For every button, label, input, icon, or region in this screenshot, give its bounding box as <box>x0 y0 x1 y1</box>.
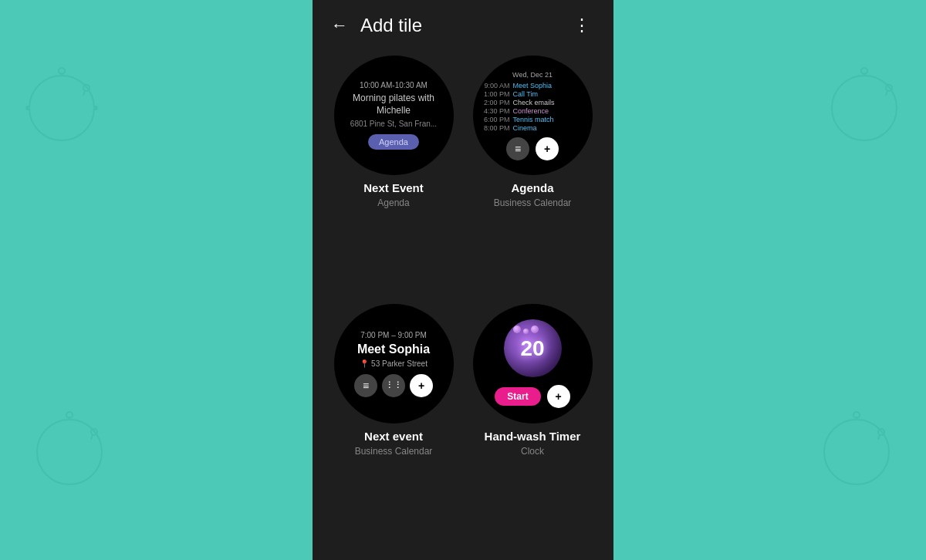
tile3-grid-button[interactable]: ⋮⋮ <box>382 374 405 397</box>
svg-line-16 <box>91 434 93 440</box>
event-name-5: Cinema <box>513 124 537 132</box>
agenda-badge[interactable]: Agenda <box>368 134 419 150</box>
svg-point-15 <box>91 429 97 435</box>
bubble-1 <box>513 326 521 333</box>
header: ← Add tile ⋮ <box>313 0 613 48</box>
start-button[interactable]: Start <box>495 387 540 406</box>
more-button[interactable]: ⋮ <box>567 12 598 39</box>
event-name-0: Meet Sophia <box>513 82 553 89</box>
tile4-name: Hand-wash Timer <box>485 430 581 443</box>
event-name-3: Conference <box>513 107 549 115</box>
svg-point-7 <box>832 76 897 140</box>
tile3-event-title: Meet Sophia <box>357 342 430 356</box>
tile-next-event[interactable]: 10:00 AM-10:30 AM Morning pilates with M… <box>328 56 459 296</box>
watch-circle-timer: 20 Start + <box>473 304 593 423</box>
tile2-add-button[interactable]: + <box>536 137 559 160</box>
event-time-1: 1:00 PM <box>481 90 510 98</box>
event-row-4: 6:00 PM Tennis match <box>473 116 593 123</box>
event-name-1: Call Tim <box>513 90 539 98</box>
tile3-buttons: ≡ ⋮⋮ + <box>354 374 433 397</box>
tile3-time: 7:00 PM – 9:00 PM <box>360 331 427 339</box>
svg-point-14 <box>66 412 73 418</box>
event-row-0: 9:00 AM Meet Sophia <box>473 82 593 89</box>
event-time-0: 9:00 AM <box>481 82 510 89</box>
svg-point-10 <box>886 85 892 91</box>
tile4-subtitle: Clock <box>521 446 544 457</box>
svg-line-21 <box>878 434 880 440</box>
tile3-add-button[interactable]: + <box>410 374 433 397</box>
bubble-2 <box>523 329 529 334</box>
watch-circle-agenda: Wed, Dec 21 9:00 AM Meet Sophia 1:00 PM … <box>473 56 593 175</box>
svg-point-19 <box>853 412 860 418</box>
tile2-name: Agenda <box>511 181 553 194</box>
watch-circle-next-event: 10:00 AM-10:30 AM Morning pilates with M… <box>334 56 454 175</box>
svg-line-4 <box>83 90 85 96</box>
event-row-3: 4:30 PM Conference <box>473 107 593 115</box>
tile3-location: 📍 53 Parker Street <box>360 359 428 368</box>
event-time-5: 8:00 PM <box>481 124 510 132</box>
event-name-2: Check emails <box>513 99 555 106</box>
svg-point-6 <box>93 106 98 110</box>
tile3-location-text: 53 Parker Street <box>371 359 428 368</box>
tile-handwash-timer[interactable]: 20 Start + Hand-wash Timer Clock <box>467 304 598 545</box>
tile3-name: Next event <box>364 430 423 443</box>
tiles-grid: 10:00 AM-10:30 AM Morning pilates with M… <box>313 48 613 560</box>
watch-circle-sophia: 7:00 PM – 9:00 PM Meet Sophia 📍 53 Parke… <box>334 304 454 423</box>
event-name-4: Tennis match <box>513 116 554 123</box>
event-time-3: 4:30 PM <box>481 107 510 115</box>
svg-line-11 <box>886 90 887 96</box>
svg-point-5 <box>25 106 30 110</box>
event-row-5: 8:00 PM Cinema <box>473 124 593 132</box>
timer-number: 20 <box>520 336 544 361</box>
back-button[interactable]: ← <box>328 14 351 37</box>
timer-visual: 20 <box>504 319 562 377</box>
tile2-subtitle: Business Calendar <box>494 197 572 208</box>
timer-bubbles <box>513 326 539 334</box>
svg-point-3 <box>83 85 90 91</box>
pin-icon: 📍 <box>360 359 369 368</box>
tile2-date: Wed, Dec 21 <box>512 71 553 79</box>
svg-point-20 <box>878 429 884 435</box>
svg-point-17 <box>824 420 889 484</box>
event-time-2: 2:00 PM <box>481 99 510 106</box>
tile2-buttons: ≡ + <box>506 137 559 160</box>
event-row-1: 1:00 PM Call Tim <box>473 90 593 98</box>
tile1-address: 6801 Pine St, San Fran... <box>350 120 437 128</box>
tile4-add-button[interactable]: + <box>547 385 570 408</box>
page-title: Add tile <box>360 15 558 36</box>
tile3-subtitle: Business Calendar <box>355 446 433 457</box>
tile1-name: Next Event <box>363 181 424 194</box>
tile1-event-title: Morning pilates with Michelle <box>334 93 454 116</box>
event-time-4: 6:00 PM <box>481 116 510 123</box>
main-panel: ← Add tile ⋮ 10:00 AM-10:30 AM Morning p… <box>313 0 613 560</box>
tile4-bottom: Start + <box>495 385 569 408</box>
svg-point-9 <box>861 68 867 74</box>
tile3-menu-button[interactable]: ≡ <box>354 374 377 397</box>
tile-agenda[interactable]: Wed, Dec 21 9:00 AM Meet Sophia 1:00 PM … <box>467 56 598 296</box>
bubble-3 <box>531 326 539 333</box>
svg-point-2 <box>59 68 65 74</box>
event-row-2: 2:00 PM Check emails <box>473 99 593 106</box>
tile-next-event-sophia[interactable]: 7:00 PM – 9:00 PM Meet Sophia 📍 53 Parke… <box>328 304 459 545</box>
tile2-menu-button[interactable]: ≡ <box>506 137 529 160</box>
svg-point-12 <box>37 420 102 484</box>
svg-point-0 <box>29 76 94 140</box>
tile1-subtitle: Agenda <box>377 197 409 208</box>
tile1-time: 10:00 AM-10:30 AM <box>360 81 428 89</box>
